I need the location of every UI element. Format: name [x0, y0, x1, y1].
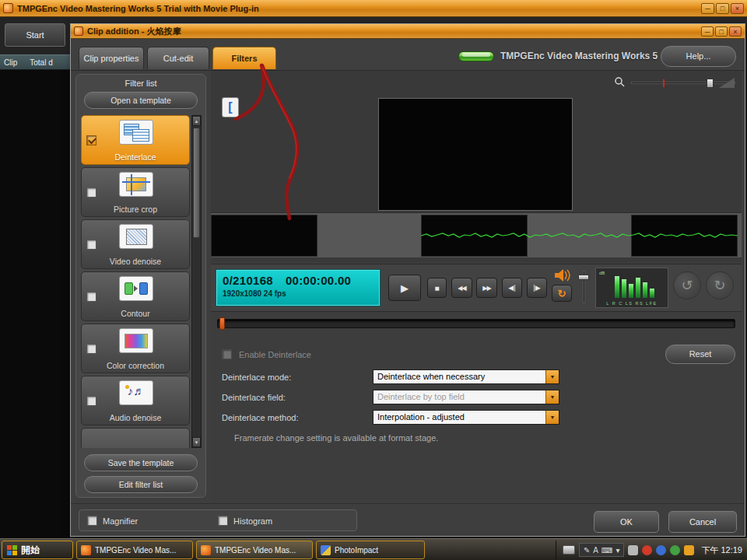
tray-icon-5[interactable] [684, 545, 694, 555]
edit-filter-list-button[interactable]: Edit filter list [84, 476, 198, 493]
enable-deinterlace-checkbox[interactable] [222, 349, 232, 359]
reset-button[interactable]: Reset [665, 345, 735, 364]
tab-filters[interactable]: Filters [212, 47, 276, 69]
dialog-titlebar[interactable]: Clip addition - 火焰按摩 ─ □ × [71, 24, 745, 39]
dropdown-arrow-icon[interactable]: ▼ [545, 411, 559, 424]
zoom-scale-wedge [719, 78, 735, 88]
rewind-button[interactable]: ◀◀ [451, 278, 472, 298]
scroll-down-button[interactable]: ▼ [192, 437, 201, 447]
tab-cut-edit[interactable]: Cut-edit [147, 47, 209, 69]
audio-mute-icon[interactable] [552, 267, 572, 283]
main-close-button[interactable]: × [731, 3, 744, 14]
dialog-icon [74, 26, 83, 36]
tray-icon-4[interactable] [670, 545, 680, 555]
printer-tray-icon[interactable] [563, 545, 575, 555]
brand-text: TMPGEnc Video Mastering Works 5 [500, 51, 658, 61]
taskbar-clock[interactable]: 下午 12:19 [701, 544, 742, 556]
dialog-minimize-button[interactable]: ─ [701, 26, 714, 37]
seek-handle[interactable] [219, 317, 225, 330]
deinterlace-field-select[interactable]: Deinterlace by top field ▼ [373, 390, 559, 404]
filter-item-label: Video denoise [82, 257, 189, 266]
main-maximize-button[interactable]: □ [716, 3, 729, 14]
tray-icon-1[interactable] [628, 545, 638, 555]
deinterlace-mode-select[interactable]: Deinterlace when necessary ▼ [373, 369, 559, 384]
fast-forward-button[interactable]: ▶▶ [476, 278, 497, 298]
tab-clip-properties[interactable]: Clip properties [79, 47, 144, 69]
tray-icon-3[interactable] [656, 545, 666, 555]
filter-item-deinterlace[interactable]: Deinterlace [81, 115, 190, 165]
play-button[interactable]: ▶ [388, 275, 421, 301]
format-info: 1920x1080 24 fps [216, 287, 380, 298]
frame-counter: 0/210168 [223, 274, 273, 287]
step-forward-button[interactable]: |▶ [527, 278, 547, 298]
preview-zoom-control [614, 75, 735, 89]
picture-crop-icon [119, 172, 153, 197]
cancel-button[interactable]: Cancel [668, 511, 737, 533]
deinterlace-icon [119, 120, 153, 145]
zoom-slider-track[interactable] [631, 82, 735, 84]
help-button[interactable]: Help... [661, 46, 736, 67]
loop-button[interactable]: ↻ [552, 285, 572, 302]
picture-crop-checkbox[interactable] [86, 187, 96, 198]
filter-list: Deinterlace Picture crop Video denoise C… [81, 115, 190, 448]
deinterlace-field-value: Deinterlace by top field [374, 390, 559, 404]
filter-item-label: Audio denoise [82, 413, 189, 422]
start-label: 開始 [21, 544, 40, 557]
windows-logo-icon [7, 545, 17, 555]
filter-list-scrollbar[interactable]: ▲ ▼ [191, 115, 202, 448]
dropdown-arrow-icon[interactable]: ▼ [545, 370, 559, 383]
taskbar: 開始 TMPGEnc Video Mas... TMPGEnc Video Ma… [0, 538, 747, 560]
taskbar-item-tmpgenc-2[interactable]: TMPGEnc Video Mas... [196, 541, 313, 559]
tray-icon-2[interactable] [642, 545, 652, 555]
video-denoise-checkbox[interactable] [86, 240, 96, 250]
open-template-button[interactable]: Open a template [84, 92, 198, 109]
zoom-default-marker [663, 79, 665, 87]
meter-db-label: dB [599, 271, 605, 275]
scrollbar-thumb[interactable] [193, 128, 200, 238]
color-correction-checkbox[interactable] [86, 344, 96, 354]
langbar-options-icon[interactable]: ▾ [615, 546, 619, 555]
ime-language-icon[interactable]: A [593, 546, 598, 555]
seek-track[interactable] [217, 319, 735, 328]
volume-knob[interactable] [578, 275, 589, 280]
language-bar[interactable]: ✎ A ⌨ ▾ [579, 543, 625, 557]
filter-item-video-denoise[interactable]: Video denoise [81, 219, 190, 269]
start-wizard-button[interactable]: Start [5, 23, 65, 47]
video-denoise-icon [119, 224, 153, 249]
scroll-up-button[interactable]: ▲ [192, 116, 201, 126]
filter-item-color-correction[interactable]: Color correction [81, 324, 190, 373]
keyboard-tray-icon[interactable]: ⌨ [601, 546, 612, 555]
audio-denoise-checkbox[interactable] [86, 396, 96, 406]
filter-item-partial[interactable] [81, 428, 190, 448]
ok-button[interactable]: OK [594, 511, 659, 533]
filter-item-contour[interactable]: Contour [81, 271, 190, 321]
timeline-strip[interactable] [211, 212, 742, 257]
step-back-button[interactable]: ◀| [502, 278, 522, 298]
zoom-slider-thumb[interactable] [707, 79, 714, 88]
volume-fader[interactable] [577, 268, 591, 308]
dropdown-arrow-icon[interactable]: ▼ [545, 390, 559, 404]
deinterlace-checkbox[interactable] [86, 135, 96, 145]
main-minimize-button[interactable]: ─ [701, 3, 714, 14]
taskbar-start-button[interactable]: 開始 [2, 541, 73, 559]
filter-item-audio-denoise[interactable]: ♪♬ Audio denoise [81, 376, 190, 425]
histogram-checkbox[interactable] [218, 516, 228, 526]
pen-tray-icon[interactable]: ✎ [584, 546, 590, 555]
taskbar-item-photoimpact[interactable]: PhotoImpact [316, 541, 425, 559]
filter-item-picture-crop[interactable]: Picture crop [81, 167, 190, 217]
undo-button[interactable]: ↺ [673, 271, 701, 299]
dialog-close-button[interactable]: × [729, 26, 742, 37]
stop-button[interactable]: ■ [427, 278, 447, 298]
position-display: 0/210168 00:00:00.00 1920x1080 24 fps [216, 269, 381, 306]
deinterlace-method-select[interactable]: Interpolation - adjusted ▼ [373, 410, 559, 425]
contour-checkbox[interactable] [86, 292, 96, 302]
magnifier-checkbox[interactable] [87, 516, 97, 526]
redo-button[interactable]: ↻ [706, 271, 734, 299]
save-template-button[interactable]: Save the template [84, 454, 198, 471]
brand-logo-icon [458, 51, 494, 61]
taskbar-item-tmpgenc-1[interactable]: TMPGEnc Video Mas... [76, 541, 193, 559]
filter-item-label: Picture crop [82, 205, 189, 214]
main-window-titlebar[interactable]: TMPGEnc Video Mastering Works 5 Trial wi… [0, 0, 747, 17]
app-icon [3, 3, 13, 13]
dialog-maximize-button[interactable]: □ [715, 26, 728, 37]
